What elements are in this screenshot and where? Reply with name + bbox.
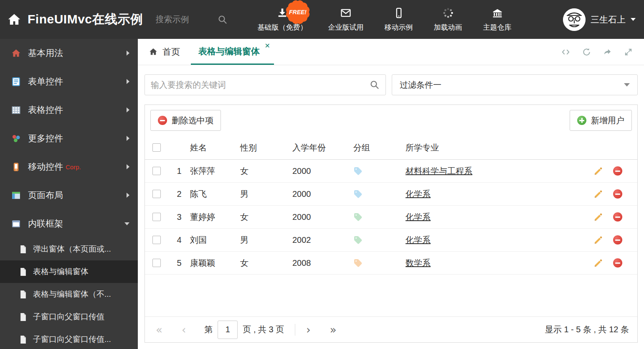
refresh-icon[interactable] <box>582 47 591 57</box>
edit-pencil-icon[interactable] <box>593 258 603 268</box>
row-number: 2 <box>168 189 190 199</box>
sidebar-subitem-grid-edit-window[interactable]: 表格与编辑窗体 <box>0 260 138 283</box>
tab-grid-edit-window[interactable]: 表格与编辑窗体 ✕ <box>191 39 274 65</box>
edit-pencil-icon[interactable] <box>593 235 603 245</box>
edit-pencil-icon[interactable] <box>593 166 603 176</box>
cell-year: 2000 <box>292 189 353 199</box>
user-menu[interactable]: 三生石上 <box>563 8 644 31</box>
sidebar-item-basic-usage[interactable]: 基本用法 <box>0 39 138 67</box>
cell-name: 陈飞 <box>190 189 240 200</box>
cell-gender: 女 <box>240 257 292 269</box>
page-number-input[interactable] <box>218 321 238 339</box>
sidebar-subitem-grid-edit-window-2[interactable]: 表格与编辑窗体（不... <box>0 283 138 306</box>
add-user-button[interactable]: 新增用户 <box>570 110 632 131</box>
col-header-major[interactable]: 所学专业 <box>406 142 587 153</box>
tag-icon <box>353 258 363 267</box>
nav-label: 主题仓库 <box>483 23 512 32</box>
expand-icon[interactable] <box>624 47 633 57</box>
sidebar-subitem-popup-window[interactable]: 弹出窗体（本页面或... <box>0 238 138 260</box>
sidebar-item-more-controls[interactable]: 更多控件 <box>0 124 138 153</box>
sidebar-subitem-child-to-parent-2[interactable]: 子窗口向父窗口传值... <box>0 328 138 349</box>
major-link[interactable]: 化学系 <box>406 212 431 222</box>
edit-pencil-icon[interactable] <box>593 212 603 222</box>
form-icon <box>11 76 21 87</box>
home-icon <box>11 48 21 59</box>
row-number: 5 <box>168 258 190 268</box>
cell-name: 刘国 <box>190 234 240 246</box>
nav-loading-animations[interactable]: 加载动画 <box>434 7 462 32</box>
table-row: 4 刘国 男 2002 化学系 <box>145 229 637 252</box>
col-header-gender[interactable]: 性别 <box>240 142 292 153</box>
filter-selected-value: 过滤条件一 <box>400 79 441 91</box>
major-link[interactable]: 化学系 <box>406 235 431 245</box>
col-header-group[interactable]: 分组 <box>353 142 406 153</box>
cell-name: 张萍萍 <box>190 166 240 177</box>
delete-row-icon[interactable] <box>613 189 622 199</box>
corp-badge: Corp. <box>66 163 81 171</box>
delete-row-icon[interactable] <box>613 166 622 176</box>
major-link[interactable]: 材料科学与工程系 <box>406 166 472 176</box>
tag-icon <box>353 212 363 222</box>
nav-label: 加载动画 <box>434 23 462 32</box>
source-code-icon[interactable] <box>561 47 570 57</box>
sidebar-item-label: 表单控件 <box>28 76 63 87</box>
close-icon[interactable]: ✕ <box>265 43 270 49</box>
nav-theme-store[interactable]: 主题仓库 <box>483 7 512 32</box>
last-page-button[interactable]: » <box>330 324 337 335</box>
edit-pencil-icon[interactable] <box>593 189 603 199</box>
search-icon[interactable] <box>370 80 380 90</box>
sidebar-item-label: 更多控件 <box>28 132 63 144</box>
chevron-down-icon <box>624 83 630 87</box>
layout-icon <box>11 190 21 201</box>
row-checkbox[interactable] <box>152 167 161 175</box>
brand[interactable]: FineUIMvc在线示例 <box>0 11 143 28</box>
first-page-button[interactable]: « <box>156 324 162 335</box>
sidebar-subitem-child-to-parent[interactable]: 子窗口向父窗口传值 <box>0 306 138 328</box>
delete-selected-button[interactable]: 删除选中项 <box>150 110 221 131</box>
delete-row-icon[interactable] <box>613 235 622 245</box>
bank-icon <box>492 7 503 19</box>
major-link[interactable]: 数学系 <box>406 258 431 267</box>
major-link[interactable]: 化学系 <box>406 189 431 199</box>
cell-gender: 女 <box>240 166 292 177</box>
header-search-input[interactable] <box>156 15 218 24</box>
filter-dropdown[interactable]: 过滤条件一 <box>392 74 638 95</box>
row-checkbox[interactable] <box>152 213 161 221</box>
iframe-icon <box>11 219 21 229</box>
cell-year: 2000 <box>292 212 353 222</box>
minus-circle-icon <box>158 116 167 125</box>
sidebar-item-page-layout[interactable]: 页面布局 <box>0 181 138 209</box>
row-checkbox[interactable] <box>152 236 161 244</box>
row-checkbox[interactable] <box>152 259 161 267</box>
prev-page-button[interactable]: ‹ <box>182 324 186 335</box>
pagination-bar: « ‹ 第 页 , 共 3 页 › » 显示 1 - 5 条 , 共 12 条 <box>145 316 637 342</box>
select-all-checkbox[interactable] <box>152 143 161 152</box>
nav-mobile-demo[interactable]: 移动示例 <box>385 7 413 32</box>
sidebar-item-grid-controls[interactable]: 表格控件 <box>0 96 138 124</box>
keyword-search-input[interactable] <box>151 80 370 90</box>
avatar[interactable] <box>563 8 586 31</box>
delete-row-icon[interactable] <box>613 212 622 222</box>
row-checkbox[interactable] <box>152 190 161 198</box>
share-icon[interactable] <box>603 47 612 57</box>
cell-name: 董婷婷 <box>190 211 240 223</box>
sidebar-item-label: 页面布局 <box>28 189 63 201</box>
col-header-name[interactable]: 姓名 <box>190 142 240 153</box>
tag-icon <box>353 166 363 176</box>
sidebar-item-form-controls[interactable]: 表单控件 <box>0 67 138 96</box>
col-header-year[interactable]: 入学年份 <box>292 142 353 153</box>
file-icon <box>19 290 27 299</box>
nav-enterprise-trial[interactable]: 企业版试用 <box>328 7 364 32</box>
search-icon[interactable] <box>218 15 228 25</box>
sidebar: 基本用法 表单控件 表格控件 更多控件 移动控件 Corp. 页面布局 内联框架… <box>0 39 138 349</box>
chevron-down-icon <box>631 18 636 21</box>
sidebar-item-iframe[interactable]: 内联框架 <box>0 209 138 238</box>
sidebar-item-label: 表格控件 <box>28 104 63 116</box>
pager-divider <box>295 324 295 336</box>
sidebar-item-mobile-controls[interactable]: 移动控件 Corp. <box>0 153 138 181</box>
delete-row-icon[interactable] <box>613 258 622 267</box>
tab-home[interactable]: 首页 <box>138 39 191 65</box>
next-page-button[interactable]: › <box>306 324 310 335</box>
chevron-right-icon <box>127 51 129 56</box>
cell-year: 2000 <box>292 166 353 176</box>
